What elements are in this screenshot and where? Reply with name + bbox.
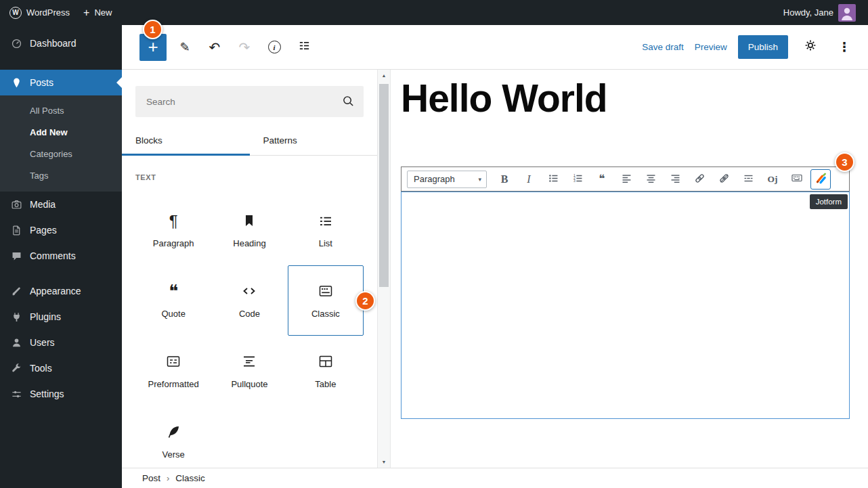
toolbar-toggle-button[interactable] bbox=[785, 169, 809, 189]
svg-text:3: 3 bbox=[573, 179, 576, 183]
scroll-down-button[interactable]: ▼ bbox=[378, 456, 390, 468]
align-left-button[interactable] bbox=[614, 169, 638, 189]
block-grid: ¶ Paragraph Heading List ❝ Quote Code bbox=[135, 195, 364, 468]
sidebar-item-media[interactable]: Media bbox=[0, 192, 122, 217]
wordpress-menu[interactable]: W WordPress bbox=[3, 0, 77, 25]
options-menu-button[interactable]: ⋮ bbox=[833, 36, 856, 59]
plus-icon: + bbox=[83, 7, 89, 18]
search-input[interactable] bbox=[135, 86, 364, 117]
sidebar-item-users[interactable]: Users bbox=[0, 330, 122, 355]
unlink-button[interactable] bbox=[712, 169, 736, 189]
tools-icon bbox=[9, 361, 23, 375]
pages-icon bbox=[9, 223, 23, 237]
align-center-button[interactable] bbox=[638, 169, 663, 189]
block-item-label: Code bbox=[239, 309, 260, 319]
heading-icon bbox=[241, 212, 257, 229]
block-item-label: Heading bbox=[233, 238, 265, 248]
preformatted-icon bbox=[165, 353, 181, 370]
bold-button[interactable]: B bbox=[492, 169, 517, 189]
block-item-table[interactable]: Table bbox=[288, 336, 364, 406]
submenu-item-categories[interactable]: Categories bbox=[0, 143, 122, 164]
sidebar-item-comments[interactable]: Comments bbox=[0, 243, 122, 269]
annotation-badge-3: 3 bbox=[835, 152, 854, 172]
italic-button[interactable]: I bbox=[517, 169, 541, 189]
editor-header: + ✎ ↶ ↷ i Save draft Preview Publish bbox=[122, 25, 868, 70]
block-item-pullquote[interactable]: Pullquote bbox=[211, 336, 287, 406]
sidebar-item-pages[interactable]: Pages bbox=[0, 217, 122, 243]
blockquote-button[interactable]: ❝ bbox=[590, 169, 614, 189]
tools-button[interactable]: ✎ bbox=[173, 36, 196, 59]
tab-patterns[interactable]: Patterns bbox=[250, 127, 378, 155]
sidebar-item-dashboard[interactable]: Dashboard bbox=[0, 30, 122, 56]
inserter-tabs: Blocks Patterns bbox=[122, 127, 377, 156]
editor-header-right: Save draft Preview Publish ⋮ bbox=[642, 35, 856, 59]
menu-separator bbox=[0, 56, 122, 70]
breadcrumb-post[interactable]: Post bbox=[142, 473, 160, 483]
list-view-button[interactable] bbox=[292, 36, 316, 59]
unlink-icon bbox=[718, 173, 730, 186]
format-select[interactable]: Paragraph ▾ bbox=[407, 171, 487, 188]
sidebar-item-label: Tools bbox=[30, 363, 52, 374]
breadcrumb-separator-icon: › bbox=[167, 473, 169, 483]
posts-icon bbox=[9, 76, 23, 89]
oj-button[interactable]: Oj bbox=[760, 169, 785, 189]
submenu-item-all-posts[interactable]: All Posts bbox=[0, 99, 122, 121]
read-more-button[interactable] bbox=[736, 169, 760, 189]
posts-submenu: All Posts Add New Categories Tags bbox=[0, 95, 122, 192]
classic-block-content[interactable] bbox=[401, 192, 850, 419]
submenu-item-add-new[interactable]: Add New bbox=[0, 121, 122, 143]
preview-button[interactable]: Preview bbox=[695, 42, 727, 52]
editor-canvas: Hello World Paragraph ▾ B I 123 bbox=[391, 70, 868, 468]
block-item-classic[interactable]: Classic bbox=[288, 265, 364, 336]
post-title-input[interactable]: Hello World bbox=[401, 76, 607, 121]
chevron-down-icon: ▾ bbox=[478, 176, 481, 183]
my-account-menu[interactable]: Howdy, Jane bbox=[777, 0, 863, 25]
paragraph-icon: ¶ bbox=[169, 212, 178, 229]
align-left-icon bbox=[621, 173, 632, 186]
read-more-icon bbox=[743, 173, 754, 186]
sidebar-item-label: Pages bbox=[30, 225, 57, 236]
menu-separator bbox=[0, 269, 122, 278]
sidebar-item-plugins[interactable]: Plugins bbox=[0, 304, 122, 330]
sidebar-item-appearance[interactable]: Appearance bbox=[0, 278, 122, 304]
bold-icon: B bbox=[501, 173, 508, 185]
scrollbar-thumb[interactable] bbox=[379, 84, 389, 287]
block-item-paragraph[interactable]: ¶ Paragraph bbox=[135, 195, 211, 265]
submenu-item-tags[interactable]: Tags bbox=[0, 164, 122, 186]
sidebar-item-tools[interactable]: Tools bbox=[0, 355, 122, 381]
link-button[interactable] bbox=[687, 169, 712, 189]
users-icon bbox=[9, 336, 23, 349]
settings-panel-toggle[interactable] bbox=[799, 36, 822, 59]
sidebar-item-label: Settings bbox=[30, 389, 64, 399]
jotform-tooltip: Jotform bbox=[810, 194, 848, 209]
bulleted-list-button[interactable] bbox=[541, 169, 565, 189]
undo-icon: ↶ bbox=[209, 39, 221, 56]
blockquote-icon: ❝ bbox=[599, 173, 605, 185]
block-item-preformatted[interactable]: Preformatted bbox=[135, 336, 211, 406]
publish-button[interactable]: Publish bbox=[738, 35, 788, 59]
block-item-code[interactable]: Code bbox=[211, 265, 287, 336]
redo-button[interactable]: ↷ bbox=[233, 36, 256, 59]
block-item-quote[interactable]: ❝ Quote bbox=[135, 265, 211, 336]
jotform-button[interactable] bbox=[810, 169, 831, 190]
panel-scrollbar[interactable]: ▲ ▼ bbox=[377, 70, 391, 468]
details-button[interactable]: i bbox=[263, 36, 286, 59]
search-icon bbox=[342, 95, 355, 110]
block-item-list[interactable]: List bbox=[288, 195, 364, 265]
breadcrumb-classic[interactable]: Classic bbox=[175, 473, 205, 483]
sidebar-item-settings[interactable]: Settings bbox=[0, 381, 122, 407]
block-search bbox=[135, 86, 364, 117]
numbered-list-button[interactable]: 123 bbox=[565, 169, 590, 189]
undo-button[interactable]: ↶ bbox=[203, 36, 226, 59]
media-icon bbox=[9, 198, 23, 211]
new-content-menu[interactable]: + New bbox=[77, 0, 118, 25]
annotation-badge-2: 2 bbox=[355, 291, 375, 311]
sidebar-item-label: Posts bbox=[30, 77, 53, 88]
save-draft-button[interactable]: Save draft bbox=[642, 42, 684, 52]
sidebar-item-posts[interactable]: Posts bbox=[0, 70, 122, 95]
align-right-button[interactable] bbox=[663, 169, 687, 189]
block-item-verse[interactable]: Verse bbox=[135, 406, 211, 468]
tab-blocks[interactable]: Blocks bbox=[122, 127, 250, 155]
scroll-up-button[interactable]: ▲ bbox=[378, 70, 390, 81]
block-item-heading[interactable]: Heading bbox=[211, 195, 287, 265]
